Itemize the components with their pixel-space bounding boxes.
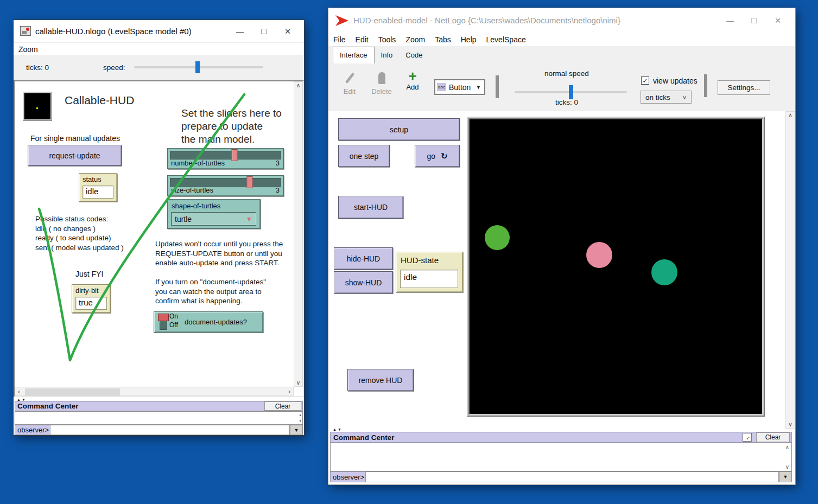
levelspace-model-window: callable-HUD.nlogo (LevelSpace model #0)… — [14, 20, 304, 435]
prompt-dropdown-button[interactable]: ▼ — [290, 425, 303, 435]
maximize-icon[interactable]: □ — [742, 8, 766, 33]
main-command-output[interactable]: ∧ ∨ — [330, 443, 792, 471]
close-icon[interactable]: × — [276, 20, 300, 42]
left-command-output[interactable]: ▴ ▾ — [15, 411, 303, 425]
menu-file[interactable]: File — [328, 35, 351, 44]
widget-type-dropdown[interactable]: abc Button ▼ — [434, 79, 485, 95]
output-scroll-down-icon[interactable]: ∨ — [785, 464, 789, 470]
remove-hud-label: remove HUD — [359, 376, 403, 385]
main-netlogo-window: HUD-enabled-model - NetLogo {C:\Users\wa… — [328, 8, 795, 484]
menu-levelspace[interactable]: LevelSpace — [481, 35, 531, 44]
go-button[interactable]: go ↻ — [415, 145, 460, 167]
observer-prompt-label: observer> — [330, 471, 366, 482]
view-updates-checkbox[interactable]: ✓ — [641, 76, 649, 85]
update-mode-value: on ticks — [645, 93, 670, 101]
add-tool-label: Add — [406, 83, 418, 91]
add-plus-icon: + — [408, 69, 416, 83]
speed-slider-handle[interactable] — [195, 61, 200, 73]
main-vertical-scrollbar[interactable]: ∧ ∨ — [785, 111, 795, 429]
codes-line-2: idle ( no changes ) — [35, 224, 124, 234]
hide-hud-button[interactable]: hide-HUD — [334, 247, 393, 270]
updates-note-3: enable auto-update and press START. — [155, 258, 283, 268]
start-hud-button[interactable]: start-HUD — [338, 196, 403, 219]
scroll-down-icon[interactable]: ∨ — [788, 421, 792, 428]
switch-off-label: Off — [169, 322, 178, 329]
add-tool[interactable]: + Add — [401, 69, 424, 91]
horizontal-scroll-thumb[interactable] — [25, 388, 120, 395]
output-scroll-up-icon[interactable]: ▴ — [299, 412, 301, 418]
hide-hud-label: hide-HUD — [347, 254, 380, 263]
model-window-icon — [20, 26, 31, 36]
scroll-down-icon[interactable]: ∨ — [296, 379, 300, 386]
chooser-value-box[interactable]: turtle ▼ — [171, 212, 256, 226]
size-of-turtles-track[interactable] — [170, 178, 281, 187]
menu-edit[interactable]: Edit — [351, 35, 373, 44]
abc-chip-icon: abc — [437, 83, 446, 91]
status-codes-note: Possible status codes: idle ( no changes… — [35, 214, 124, 252]
widget-dropdown-icon: ▼ — [476, 85, 481, 90]
tab-code[interactable]: Code — [399, 47, 429, 63]
main-speed-slider-handle[interactable] — [569, 85, 573, 99]
maximize-icon[interactable]: □ — [252, 20, 276, 42]
prompt-dropdown-button[interactable]: ▼ — [779, 471, 792, 482]
tab-interface[interactable]: Interface — [333, 47, 375, 64]
main-speed-slider-track[interactable] — [515, 91, 627, 93]
document-note-1: If you turn on "document-updates" — [155, 277, 266, 287]
left-vertical-scrollbar[interactable]: ∧ ∨ — [294, 81, 303, 387]
dirty-bit-value: true — [75, 297, 107, 310]
manual-updates-note: For single manual updates — [30, 134, 120, 143]
menu-tabs[interactable]: Tabs — [430, 35, 456, 44]
tab-info[interactable]: Info — [375, 47, 400, 63]
minimize-icon[interactable]: — — [228, 20, 252, 42]
edit-tool[interactable]: Edit — [337, 72, 362, 95]
menu-tools[interactable]: Tools — [373, 35, 401, 44]
scroll-up-icon[interactable]: ∧ — [788, 112, 792, 119]
world-view[interactable] — [467, 117, 765, 417]
expand-arrows-glyph: ↔ — [743, 433, 751, 442]
update-mode-dropdown[interactable]: on ticks ∨ — [641, 91, 692, 104]
menu-zoom[interactable]: Zoom — [401, 35, 430, 44]
command-input[interactable] — [366, 471, 779, 482]
output-scroll-up-icon[interactable]: ∧ — [785, 444, 789, 450]
left-window-title: callable-HUD.nlogo (LevelSpace model #0) — [35, 27, 192, 36]
settings-button[interactable]: Settings... — [718, 80, 770, 95]
scroll-right-icon[interactable]: › — [288, 388, 290, 395]
remove-hud-button[interactable]: remove HUD — [347, 369, 414, 391]
speed-slider-track[interactable] — [134, 66, 263, 68]
one-step-button[interactable]: one step — [338, 145, 390, 167]
splitter-handle[interactable]: ▲▼ — [333, 428, 343, 431]
scroll-left-icon[interactable]: ‹ — [18, 388, 20, 395]
clear-button[interactable]: Clear — [264, 401, 301, 411]
switch-on-label: On — [169, 313, 178, 320]
minimize-icon[interactable]: — — [718, 8, 742, 33]
number-of-turtles-slider[interactable]: number-of-turtles 3 — [167, 148, 284, 169]
mini-world-view[interactable] — [23, 92, 52, 121]
shape-of-turtles-chooser[interactable]: shape-of-turtles turtle ▼ — [167, 199, 261, 229]
forever-icon: ↻ — [441, 151, 448, 161]
show-hud-button[interactable]: show-HUD — [334, 271, 393, 294]
left-horizontal-scrollbar[interactable]: ‹ › — [15, 387, 294, 396]
document-updates-switch[interactable]: On Off document-updates? — [154, 311, 263, 333]
number-of-turtles-track[interactable] — [170, 151, 281, 160]
left-command-row: observer> ▼ — [15, 425, 303, 435]
chooser-label: shape-of-turtles — [172, 202, 260, 210]
menu-zoom[interactable]: Zoom — [14, 45, 43, 54]
codes-line-1: Possible status codes: — [35, 214, 124, 224]
checkbox-check-icon: ✓ — [642, 77, 648, 85]
delete-tool-label: Delete — [371, 87, 392, 95]
switch-knob[interactable] — [158, 314, 169, 321]
fyi-note: Just FYI — [75, 270, 103, 278]
expand-command-center-icon[interactable]: ↔ — [743, 433, 752, 442]
close-icon[interactable]: × — [766, 8, 790, 33]
size-of-turtles-slider[interactable]: size-of-turtles 3 — [167, 175, 284, 196]
clear-button[interactable]: Clear — [756, 432, 790, 442]
output-scroll-down-icon[interactable]: ▾ — [299, 418, 301, 424]
menu-help[interactable]: Help — [456, 35, 481, 44]
command-center-title: Command Center — [17, 402, 79, 410]
turtle-circle-1 — [586, 242, 612, 268]
setup-button[interactable]: setup — [338, 118, 460, 141]
delete-tool[interactable]: Delete — [367, 72, 396, 95]
request-update-button[interactable]: request-update — [28, 145, 122, 166]
command-input[interactable] — [50, 425, 290, 435]
scroll-up-icon[interactable]: ∧ — [296, 82, 300, 89]
